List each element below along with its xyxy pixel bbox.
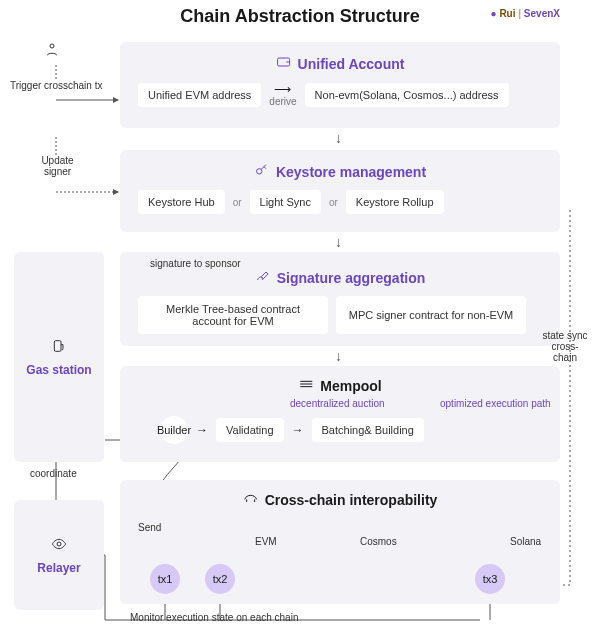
send-label: Send (138, 522, 161, 533)
coordinate-label: coordinate (30, 468, 77, 479)
interop-panel: Cross-chain interopability Send EVM Cosm… (120, 480, 560, 604)
wallet-icon (276, 54, 292, 73)
arrow-down-icon: ↓ (335, 130, 342, 146)
svg-rect-3 (54, 340, 61, 351)
optimized-label: optimized execution path (440, 398, 551, 409)
brand: ● Rui | SevenX (491, 8, 560, 19)
state-sync-label: state sync cross-chain (540, 330, 590, 363)
derive-arrow-icon: ⟶ (274, 82, 291, 96)
evm-label: EVM (255, 536, 277, 547)
eye-icon (51, 536, 67, 555)
unified-account-heading: Unified Account (266, 48, 415, 79)
keystore-hub-chip: Keystore Hub (138, 190, 225, 214)
key-icon (254, 162, 270, 181)
svg-point-2 (257, 169, 262, 174)
unified-account-panel: Unified Account Unified EVM address ⟶ de… (120, 42, 560, 128)
light-sync-chip: Light Sync (250, 190, 321, 214)
update-signer-label: Update signer (30, 155, 85, 177)
arrow-down-icon: ↓ (335, 348, 342, 364)
keystore-rollup-chip: Keystore Rollup (346, 190, 444, 214)
builder-node: Builder (160, 416, 188, 444)
sponsor-label: signature to sponsor (150, 258, 241, 269)
unified-evm-chip: Unified EVM address (138, 83, 261, 107)
tx3-node: tx3 (475, 564, 505, 594)
arrow-right-icon: → (292, 423, 304, 437)
arrow-right-icon: → (196, 423, 208, 437)
nonevm-chip: Non-evm(Solana, Cosmos...) address (305, 83, 509, 107)
mpc-chip: MPC signer contract for non-EVM (336, 296, 526, 334)
merkle-chip: Merkle Tree-based contract account for E… (138, 296, 328, 334)
keystore-heading: Keystore management (244, 156, 436, 187)
svg-point-0 (50, 44, 54, 48)
decentralized-label: decentralized auction (290, 398, 385, 409)
tx1-node: tx1 (150, 564, 180, 594)
relayer-side: Relayer (14, 500, 104, 610)
gas-station-side: Gas station (14, 252, 104, 462)
bridge-icon (243, 490, 259, 509)
gas-icon (51, 338, 67, 357)
brand-dot-icon: ● (491, 8, 497, 19)
validating-chip: Validating (216, 418, 284, 442)
solana-label: Solana (510, 536, 541, 547)
trigger-label: Trigger crosschain tx (10, 80, 102, 91)
svg-point-4 (57, 542, 61, 546)
signature-heading: Signature aggregation (245, 262, 436, 293)
cosmos-label: Cosmos (360, 536, 397, 547)
arrow-down-icon: ↓ (335, 234, 342, 250)
actor-icon (44, 42, 60, 61)
tx2-node: tx2 (205, 564, 235, 594)
mempool-heading: Mempool (288, 370, 391, 401)
mempool-panel: Mempool decentralized auction optimized … (120, 366, 560, 462)
mempool-icon (298, 376, 314, 395)
keystore-panel: Keystore management Keystore Hub or Ligh… (120, 150, 560, 232)
monitor-label: Monitor execution state on each chain (130, 612, 298, 623)
batching-chip: Batching& Building (312, 418, 424, 442)
interop-heading: Cross-chain interopability (233, 484, 448, 515)
signature-panel: signature to sponsor Signature aggregati… (120, 252, 560, 346)
signature-icon (255, 268, 271, 287)
